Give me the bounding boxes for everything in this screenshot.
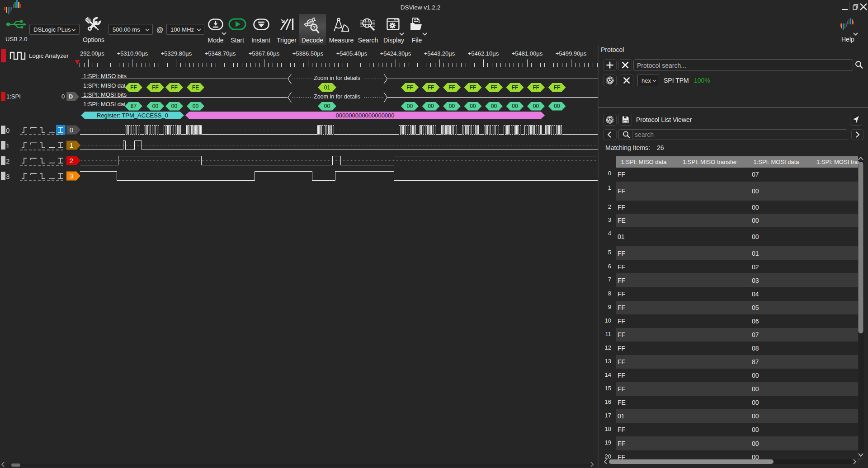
svg-text:?: ? (312, 25, 316, 30)
